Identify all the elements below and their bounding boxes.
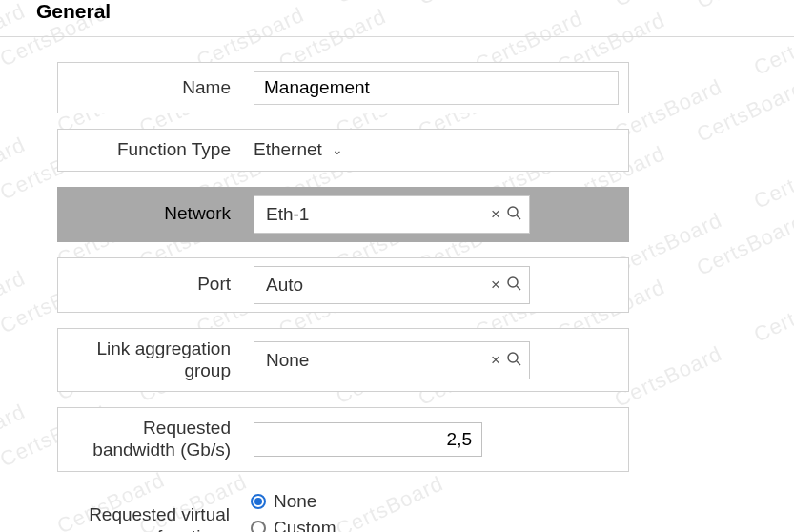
radio-label: None	[274, 491, 316, 512]
port-label: Port	[58, 258, 244, 312]
radio-icon	[251, 494, 266, 509]
network-picker[interactable]: Eth-1 ×	[254, 195, 530, 234]
lag-label: Link aggregation group	[58, 329, 244, 392]
function-type-label: Function Type	[58, 130, 244, 171]
clear-icon[interactable]: ×	[491, 352, 500, 368]
bandwidth-row: Requested bandwidth (Gb/s)	[57, 407, 629, 472]
svg-point-2	[508, 277, 518, 287]
function-type-row: Function Type Ethernet ⌄	[57, 129, 629, 172]
svg-line-5	[517, 361, 520, 365]
function-type-select[interactable]: Ethernet ⌄	[254, 139, 343, 160]
virtual-functions-row: Requested virtual functions None Custom	[57, 487, 629, 532]
search-icon[interactable]	[506, 351, 521, 369]
network-value: Eth-1	[266, 204, 491, 225]
name-row: Name	[57, 62, 629, 113]
virtual-functions-custom-option[interactable]: Custom	[251, 518, 336, 532]
svg-line-3	[517, 286, 520, 290]
name-label: Name	[58, 63, 244, 113]
svg-point-0	[508, 207, 518, 216]
clear-icon[interactable]: ×	[491, 276, 500, 293]
svg-point-4	[508, 353, 518, 362]
lag-row: Link aggregation group None ×	[57, 328, 629, 393]
svg-line-1	[517, 215, 520, 219]
radio-label: Custom	[274, 518, 336, 532]
virtual-functions-label: Requested virtual functions	[57, 487, 243, 532]
chevron-down-icon: ⌄	[332, 142, 343, 157]
lag-value: None	[266, 350, 491, 371]
lag-picker[interactable]: None ×	[254, 341, 530, 379]
search-icon[interactable]	[506, 205, 521, 223]
name-input[interactable]	[254, 71, 619, 105]
section-title: General	[36, 0, 758, 36]
search-icon[interactable]	[506, 276, 521, 294]
network-label: Network	[58, 188, 244, 241]
bandwidth-input[interactable]	[254, 422, 482, 457]
port-picker[interactable]: Auto ×	[254, 266, 530, 304]
port-value: Auto	[266, 275, 491, 296]
clear-icon[interactable]: ×	[491, 206, 500, 222]
port-row: Port Auto ×	[57, 257, 629, 313]
function-type-value: Ethernet	[254, 139, 322, 160]
radio-icon	[251, 521, 266, 532]
virtual-functions-none-option[interactable]: None	[251, 491, 336, 512]
bandwidth-label: Requested bandwidth (Gb/s)	[58, 408, 244, 471]
network-row: Network Eth-1 ×	[57, 187, 629, 242]
section-divider	[0, 36, 794, 37]
